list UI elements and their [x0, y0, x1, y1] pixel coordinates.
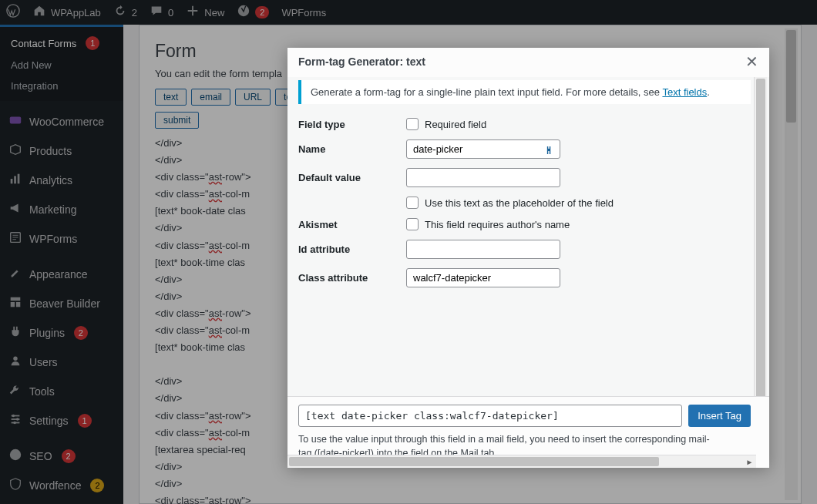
required-checkbox[interactable]: [406, 118, 419, 130]
id-attribute-input[interactable]: [406, 240, 560, 259]
class-attribute-label: Class attribute: [298, 272, 406, 284]
modal-header: Form-tag Generator: text ✕: [287, 48, 769, 77]
scrollbar-thumb[interactable]: [289, 457, 659, 466]
form-tag-generator-modal: Form-tag Generator: text ✕ Generate a fo…: [287, 48, 769, 468]
id-attribute-label: Id attribute: [298, 244, 406, 255]
placeholder-checkbox[interactable]: [406, 197, 419, 209]
text-fields-link[interactable]: Text fields: [662, 86, 707, 98]
field-type-label: Field type: [298, 119, 406, 130]
modal-body: Generate a form-tag for a single-line pl…: [287, 77, 769, 396]
akismet-checkbox[interactable]: [406, 218, 419, 230]
akismet-check-label: This field requires author's name: [425, 219, 570, 230]
akismet-label: Akismet: [298, 219, 406, 230]
info-text-pre: Generate a form-tag for a single-line pl…: [311, 86, 662, 98]
modal-close-button[interactable]: ✕: [745, 52, 758, 71]
scrollbar-thumb[interactable]: [756, 79, 765, 396]
default-value-label: Default value: [298, 172, 406, 183]
info-text-post: .: [707, 86, 710, 98]
class-attribute-input[interactable]: [406, 268, 560, 287]
generated-tag-output[interactable]: [298, 405, 682, 427]
modal-horizontal-scrollbar[interactable]: ◄ ►: [287, 455, 756, 468]
modal-title: Form-tag Generator: text: [298, 55, 425, 68]
modal-vertical-scrollbar[interactable]: [754, 77, 767, 396]
lastpass-icon[interactable]: |•|: [546, 145, 550, 154]
modal-info-box: Generate a form-tag for a single-line pl…: [298, 80, 751, 104]
placeholder-label: Use this text as the placeholder of the …: [425, 197, 614, 209]
insert-tag-button[interactable]: Insert Tag: [688, 405, 751, 427]
name-label: Name: [298, 143, 406, 155]
default-value-input[interactable]: [406, 168, 560, 187]
scroll-right-arrow[interactable]: ►: [743, 455, 756, 468]
required-label: Required field: [425, 119, 486, 130]
name-input[interactable]: [406, 139, 560, 159]
